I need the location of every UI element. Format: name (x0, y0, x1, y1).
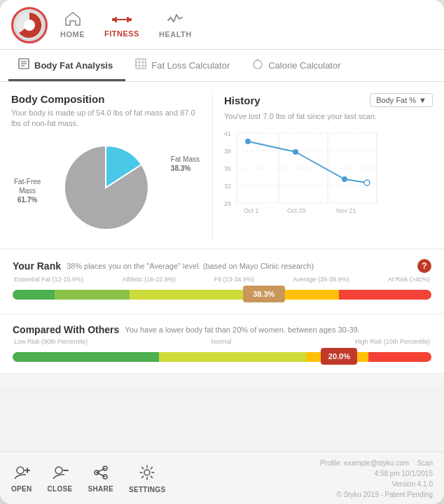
svg-point-32 (245, 139, 251, 144)
scan-label: Scan (417, 459, 433, 467)
svg-text:Nov 21: Nov 21 (336, 207, 356, 214)
svg-rect-3 (115, 17, 117, 22)
rank-label-fit: Fit (23-34.9%) (214, 276, 254, 283)
rank-bar-container: 38.3% (13, 286, 431, 304)
tab-calorie[interactable]: Calorie Calculator (242, 50, 353, 81)
body-composition-panel: Body Composition Your body is made up of… (11, 93, 212, 240)
main-content: Body Composition Your body is made up of… (0, 82, 444, 451)
nav-health[interactable]: HEALTH (159, 12, 192, 38)
fat-free-pct: 61.7% (18, 196, 37, 204)
settings-button[interactable]: SETTINGS (129, 465, 165, 493)
toolbar-actions: OPEN CLOSE (11, 465, 165, 493)
tab-fat-loss[interactable]: Fat Loss Calculator (125, 50, 242, 81)
rank-seg-fit (130, 290, 247, 300)
nav-health-label: HEALTH (159, 30, 192, 38)
history-subtitle: You've lost 7.0 lbs of fat since your la… (224, 111, 433, 122)
calorie-tab-icon (252, 58, 263, 72)
rank-label-average: Average (35-39.9%) (293, 276, 349, 283)
rank-label-athletic: Athletic (16-22.9%) (122, 276, 176, 283)
compared-bar-container: 20.0% (13, 348, 431, 366)
nav-home-label: HOME (60, 30, 85, 38)
nav-home[interactable]: HOME (60, 12, 85, 38)
open-button[interactable]: OPEN (11, 465, 32, 493)
health-icon (167, 12, 183, 29)
rank-help-icon[interactable]: ? (417, 259, 431, 273)
svg-point-1 (24, 20, 35, 31)
rank-seg-athletic (55, 290, 130, 300)
svg-text:35: 35 (224, 165, 231, 172)
history-chart-svg: 41 38 35 32 29 (224, 127, 378, 218)
svg-rect-5 (127, 17, 129, 22)
tab-calorie-label: Calorie Calculator (268, 60, 340, 71)
top-nav: HOME FITNESS (0, 0, 444, 50)
svg-point-42 (55, 467, 62, 474)
compared-bar-bg (13, 352, 431, 362)
copyright-text: © Styku 2019 - Patent Pending (337, 491, 433, 498)
share-label: SHARE (88, 485, 114, 493)
svg-rect-2 (112, 18, 115, 21)
scan-date: 4:58 pm 10/1/2015 (375, 470, 433, 477)
nav-fitness-label: FITNESS (104, 29, 139, 38)
rank-label-essential: Essential Fat (12-15.9%) (14, 276, 83, 283)
open-label: OPEN (11, 485, 32, 493)
chevron-down-icon: ▼ (419, 96, 426, 104)
close-label: CLOSE (48, 485, 73, 493)
rank-title: Your Rank (13, 260, 61, 272)
tab-fat-loss-label: Fat Loss Calculator (151, 60, 230, 71)
tabs-bar: Body Fat Analysis Fat Loss Calculator (0, 50, 444, 82)
compared-label-normal: Normal (211, 338, 231, 345)
history-dropdown-btn[interactable]: Body Fat % ▼ (370, 93, 433, 107)
compared-title: Compared With Others (13, 324, 119, 335)
svg-point-16 (254, 60, 262, 69)
spacer (0, 374, 444, 388)
compared-seg-high (368, 352, 431, 362)
body-fat-tab-icon (18, 58, 29, 72)
fat-mass-pct: 38.3% (171, 164, 190, 172)
history-panel: History Body Fat % ▼ You've lost 7.0 lbs… (212, 93, 433, 240)
version-row: Version 4.1.0 © Styku 2019 - Patent Pend… (320, 479, 433, 500)
compared-labels: Low Risk (90th Percentile) Normal High R… (13, 338, 431, 345)
fat-mass-text: Fat Mass (171, 155, 200, 163)
compared-label-low: Low Risk (90th Percentile) (14, 338, 88, 345)
open-icon (13, 465, 30, 484)
dropdown-label: Body Fat % (376, 96, 416, 104)
svg-rect-6 (129, 18, 132, 21)
history-title: History (224, 94, 261, 106)
rank-indicator: 38.3% (243, 286, 285, 302)
compared-seg-low (13, 352, 159, 362)
rank-indicator-value: 38.3% (253, 290, 275, 298)
fat-loss-tab-icon (135, 58, 146, 72)
history-chart-area: 41 38 35 32 29 (224, 127, 433, 218)
tab-body-fat[interactable]: Body Fat Analysis (8, 50, 125, 81)
share-button[interactable]: SHARE (88, 465, 114, 493)
body-comp-title: Body Composition (11, 93, 201, 105)
body-comp-subtitle: Your body is made up of 54.0 lbs of fat … (11, 108, 201, 130)
rank-section: Your Rank 38% places you on the "Average… (0, 249, 444, 314)
svg-text:Oct 20: Oct 20 (287, 207, 306, 214)
compared-title-row: Compared With Others You have a lower bo… (13, 324, 431, 335)
pie-chart-area: Fat-FreeMass61.7% Fat Mass 38.3% (11, 135, 201, 240)
toolbar-info: Profile: example@styku.com Scan 4:58 pm … (320, 458, 433, 500)
fat-mass-label: Fat Mass 38.3% (171, 155, 200, 173)
svg-text:29: 29 (224, 200, 231, 207)
fitness-icon (112, 13, 132, 28)
svg-rect-4 (117, 19, 127, 20)
svg-point-47 (144, 470, 150, 475)
rank-description: 38% places you on the "Average" level. (… (67, 262, 412, 270)
rank-seg-essential (13, 290, 55, 300)
rank-seg-atrisk (339, 290, 431, 300)
rank-bar-bg (13, 290, 431, 300)
rank-label-atrisk: At Risk (>40%) (388, 276, 430, 283)
svg-text:32: 32 (224, 183, 231, 190)
history-dropdown-area: Body Fat % ▼ (370, 93, 433, 107)
svg-point-34 (342, 176, 347, 182)
close-button[interactable]: CLOSE (48, 465, 73, 493)
compared-label-high: High Risk (10th Percentile) (355, 338, 430, 345)
compared-description: You have a lower body fat than 20% of wo… (125, 326, 359, 334)
rank-title-row: Your Rank 38% places you on the "Average… (13, 259, 431, 273)
settings-icon (139, 465, 155, 484)
nav-fitness[interactable]: FITNESS (104, 13, 139, 38)
share-icon (92, 465, 109, 484)
settings-label: SETTINGS (129, 486, 165, 493)
svg-text:Oct 1: Oct 1 (244, 207, 259, 214)
